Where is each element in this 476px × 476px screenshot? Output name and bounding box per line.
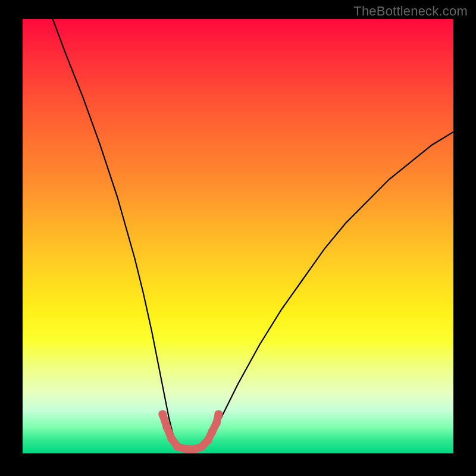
chart-svg (23, 19, 453, 453)
balance-trough-dot (203, 436, 212, 444)
balance-trough-dot (167, 434, 176, 442)
balance-trough-dot (158, 410, 167, 418)
balance-trough-dot (197, 443, 205, 451)
balance-trough-dot (212, 419, 221, 427)
chart-plot-area (23, 19, 453, 453)
balance-trough-dot (174, 443, 182, 451)
watermark-text: TheBottleneck.com (353, 4, 468, 19)
balance-trough-dot (208, 428, 217, 436)
balance-trough-dot (163, 423, 171, 431)
balance-trough-dot (182, 445, 190, 453)
bottleneck-curve (53, 19, 453, 449)
balance-trough-dot (214, 410, 223, 418)
